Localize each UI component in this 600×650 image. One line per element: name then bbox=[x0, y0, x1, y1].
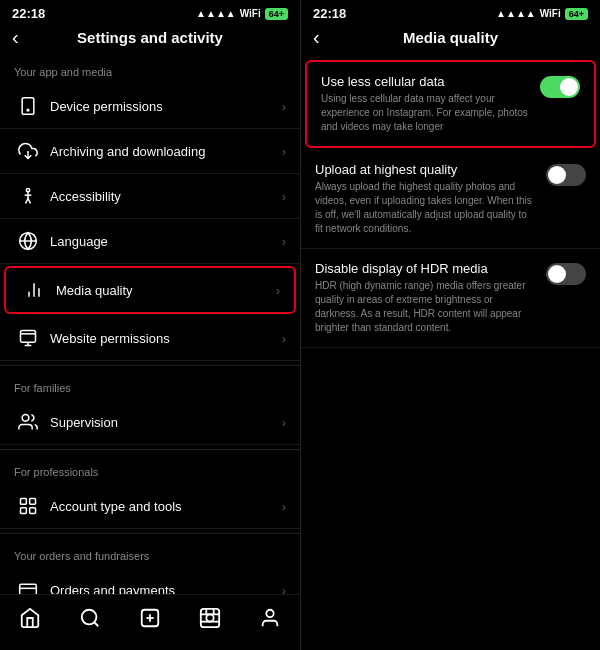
section-app-media: Your app and media bbox=[0, 54, 300, 84]
right-back-button[interactable]: ‹ bbox=[313, 26, 320, 49]
hdr-row: Disable display of HDR media HDR (high d… bbox=[315, 261, 586, 335]
svg-rect-9 bbox=[21, 331, 36, 343]
archiving-label: Archiving and downloading bbox=[50, 144, 282, 159]
upload-title: Upload at highest quality bbox=[315, 162, 536, 177]
hdr-toggle[interactable] bbox=[546, 263, 586, 285]
right-wifi-icon: WiFi bbox=[540, 8, 561, 19]
svg-point-31 bbox=[266, 610, 273, 617]
section-professionals: For professionals bbox=[0, 454, 300, 484]
website-permissions-label: Website permissions bbox=[50, 331, 282, 346]
media-quality-section: Use less cellular data Using less cellul… bbox=[301, 54, 600, 650]
right-status-icons: ▲▲▲▲ WiFi 64+ bbox=[496, 8, 588, 20]
media-item-cellular: Use less cellular data Using less cellul… bbox=[305, 60, 596, 148]
settings-item-supervision[interactable]: Supervision › bbox=[0, 400, 300, 445]
divider-2 bbox=[0, 449, 300, 450]
supervision-label: Supervision bbox=[50, 415, 282, 430]
language-label: Language bbox=[50, 234, 282, 249]
svg-rect-15 bbox=[30, 499, 36, 505]
accessibility-label: Accessibility bbox=[50, 189, 282, 204]
svg-rect-16 bbox=[21, 508, 27, 514]
home-nav-button[interactable] bbox=[7, 603, 53, 638]
upload-toggle[interactable] bbox=[546, 164, 586, 186]
cellular-title: Use less cellular data bbox=[321, 74, 530, 89]
orders-label: Orders and payments bbox=[50, 583, 282, 595]
website-icon bbox=[14, 328, 42, 348]
account-tools-label: Account type and tools bbox=[50, 499, 282, 514]
device-permissions-label: Device permissions bbox=[50, 99, 282, 114]
cellular-content: Use less cellular data Using less cellul… bbox=[321, 74, 530, 134]
media-item-hdr: Disable display of HDR media HDR (high d… bbox=[301, 249, 600, 348]
left-nav-header: ‹ Settings and activity bbox=[0, 23, 300, 54]
cellular-desc: Using less cellular data may affect your… bbox=[321, 92, 530, 134]
right-status-bar: 22:18 ▲▲▲▲ WiFi 64+ bbox=[301, 0, 600, 23]
supervision-chevron: › bbox=[282, 415, 286, 430]
upload-row: Upload at highest quality Always upload … bbox=[315, 162, 586, 236]
reels-nav-button[interactable] bbox=[187, 603, 233, 638]
svg-rect-17 bbox=[30, 508, 36, 514]
profile-nav-button[interactable] bbox=[247, 603, 293, 638]
right-signal-icon: ▲▲▲▲ bbox=[496, 8, 536, 19]
upload-toggle-thumb bbox=[548, 166, 566, 184]
upload-content: Upload at highest quality Always upload … bbox=[315, 162, 536, 236]
right-nav-title: Media quality bbox=[403, 29, 498, 46]
settings-item-orders[interactable]: Orders and payments › bbox=[0, 568, 300, 594]
settings-item-device-permissions[interactable]: Device permissions › bbox=[0, 84, 300, 129]
settings-item-language[interactable]: Language › bbox=[0, 219, 300, 264]
left-status-icons: ▲▲▲▲ WiFi 64+ bbox=[196, 8, 288, 20]
right-panel: 22:18 ▲▲▲▲ WiFi 64+ ‹ Media quality Use … bbox=[300, 0, 600, 650]
svg-point-26 bbox=[206, 614, 213, 621]
cellular-toggle-thumb bbox=[560, 78, 578, 96]
settings-scroll: Your app and media Device permissions › bbox=[0, 54, 300, 594]
media-item-upload: Upload at highest quality Always upload … bbox=[301, 150, 600, 249]
svg-point-13 bbox=[22, 415, 29, 422]
upload-desc: Always upload the highest quality photos… bbox=[315, 180, 536, 236]
wifi-icon: WiFi bbox=[240, 8, 261, 19]
left-panel: 22:18 ▲▲▲▲ WiFi 64+ ‹ Settings and activ… bbox=[0, 0, 300, 650]
battery-icon: 64+ bbox=[265, 8, 288, 20]
add-nav-button[interactable] bbox=[127, 603, 173, 638]
orders-icon bbox=[14, 580, 42, 594]
left-back-button[interactable]: ‹ bbox=[12, 26, 19, 49]
svg-line-21 bbox=[94, 622, 98, 626]
section-orders: Your orders and fundraisers bbox=[0, 538, 300, 568]
search-nav-button[interactable] bbox=[67, 603, 113, 638]
svg-rect-14 bbox=[21, 499, 27, 505]
cellular-toggle[interactable] bbox=[540, 76, 580, 98]
left-nav-title: Settings and activity bbox=[77, 29, 223, 46]
right-nav-header: ‹ Media quality bbox=[301, 23, 600, 54]
account-tools-icon bbox=[14, 496, 42, 516]
settings-item-media-quality[interactable]: Media quality › bbox=[4, 266, 296, 314]
orders-chevron: › bbox=[282, 583, 286, 595]
hdr-toggle-thumb bbox=[548, 265, 566, 283]
accessibility-icon bbox=[14, 186, 42, 206]
cellular-row: Use less cellular data Using less cellul… bbox=[321, 74, 580, 134]
left-time: 22:18 bbox=[12, 6, 45, 21]
svg-rect-0 bbox=[22, 98, 34, 115]
device-icon bbox=[14, 96, 42, 116]
svg-point-1 bbox=[27, 109, 29, 111]
account-tools-chevron: › bbox=[282, 499, 286, 514]
divider-3 bbox=[0, 533, 300, 534]
settings-item-account-tools[interactable]: Account type and tools › bbox=[0, 484, 300, 529]
device-chevron: › bbox=[282, 99, 286, 114]
supervision-icon bbox=[14, 412, 42, 432]
settings-item-archiving[interactable]: Archiving and downloading › bbox=[0, 129, 300, 174]
section-families: For families bbox=[0, 370, 300, 400]
signal-icon: ▲▲▲▲ bbox=[196, 8, 236, 19]
hdr-desc: HDR (high dynamic range) media offers gr… bbox=[315, 279, 536, 335]
hdr-title: Disable display of HDR media bbox=[315, 261, 536, 276]
settings-item-website-permissions[interactable]: Website permissions › bbox=[0, 316, 300, 361]
archive-icon bbox=[14, 141, 42, 161]
right-time: 22:18 bbox=[313, 6, 346, 21]
divider-1 bbox=[0, 365, 300, 366]
media-quality-chevron: › bbox=[276, 283, 280, 298]
website-chevron: › bbox=[282, 331, 286, 346]
right-battery-icon: 64+ bbox=[565, 8, 588, 20]
language-chevron: › bbox=[282, 234, 286, 249]
archive-chevron: › bbox=[282, 144, 286, 159]
settings-item-accessibility[interactable]: Accessibility › bbox=[0, 174, 300, 219]
media-quality-label: Media quality bbox=[56, 283, 276, 298]
svg-point-20 bbox=[82, 610, 97, 625]
hdr-content: Disable display of HDR media HDR (high d… bbox=[315, 261, 536, 335]
svg-rect-25 bbox=[201, 609, 219, 627]
